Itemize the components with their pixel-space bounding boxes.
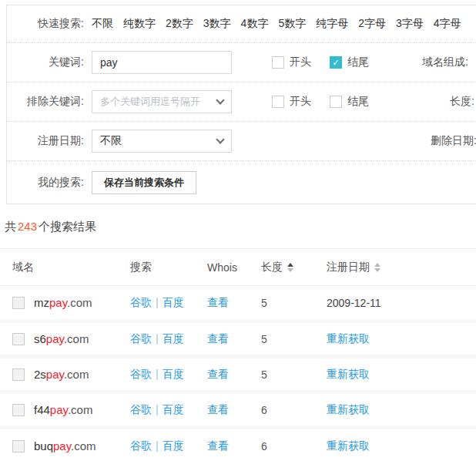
quick-search-option[interactable]: 纯字母: [316, 17, 348, 31]
domain-composition-label: 域名组成:: [422, 56, 468, 69]
domain-tld: .com: [64, 368, 89, 381]
domain-name: f44pay.com: [34, 403, 92, 416]
quick-search-option[interactable]: 5数字: [278, 17, 306, 31]
whois-view-link[interactable]: 查看: [207, 368, 229, 380]
table-row: 2spay.com 谷歌|百度 查看 5 重新获取: [0, 357, 476, 392]
exclude-keyword-row: 排除关键词: 多个关键词用逗号隔开 开头 结尾 长度:: [7, 82, 476, 122]
my-search-row: 我的搜索: 保存当前搜索条件: [7, 161, 476, 204]
baidu-search-link[interactable]: 百度: [163, 439, 184, 452]
google-search-link[interactable]: 谷歌: [130, 368, 152, 380]
header-domain: 域名: [0, 249, 130, 286]
domain-tld: .com: [64, 332, 89, 345]
keyword-input[interactable]: [92, 51, 232, 74]
domain-prefix: f44: [34, 403, 50, 416]
google-search-link[interactable]: 谷歌: [130, 439, 152, 452]
checkbox-checked-icon: ✓: [330, 56, 342, 69]
google-search-link[interactable]: 谷歌: [130, 332, 152, 345]
exclude-position-checkboxes: 开头 结尾: [272, 95, 369, 109]
quick-search-option[interactable]: 2字母: [358, 17, 386, 31]
domain-name: buqpay.com: [34, 439, 96, 452]
baidu-search-link[interactable]: 百度: [163, 332, 184, 345]
header-reg-date: 注册日期: [327, 261, 370, 274]
checkbox-unchecked-icon: [330, 96, 342, 108]
save-search-button[interactable]: 保存当前搜索条件: [92, 171, 196, 194]
link-divider: |: [156, 296, 159, 308]
exclude-start-checkbox[interactable]: 开头: [272, 95, 311, 109]
domain-length: 5: [261, 368, 267, 381]
domain-prefix: s6: [34, 332, 46, 345]
refetch-link[interactable]: 重新获取: [327, 368, 370, 380]
domain-keyword-highlight: pay: [49, 296, 67, 309]
whois-view-link[interactable]: 查看: [207, 403, 229, 415]
row-checkbox[interactable]: [12, 333, 25, 345]
header-length: 长度: [261, 261, 283, 274]
quick-search-option[interactable]: 不限: [92, 17, 113, 31]
refetch-link[interactable]: 重新获取: [327, 403, 370, 415]
exclude-end-label: 结尾: [347, 95, 369, 109]
header-whois: Whois: [207, 249, 261, 286]
chevron-down-icon: [216, 135, 224, 143]
table-row: buqpay.com 谷歌|百度 查看 6 重新获取: [0, 428, 476, 463]
exclude-keyword-select[interactable]: 多个关键词用逗号隔开: [92, 90, 232, 113]
domain-keyword-highlight: pay: [53, 439, 71, 452]
whois-view-link[interactable]: 查看: [207, 332, 229, 345]
link-divider: |: [156, 403, 159, 415]
reg-date-select[interactable]: 不限: [92, 130, 232, 153]
reg-date-row: 注册日期: 不限 删除日期:: [7, 122, 476, 161]
table-row: f44pay.com 谷歌|百度 查看 6 重新获取: [0, 392, 476, 428]
domain-prefix: mz: [34, 296, 49, 309]
reg-date-label: 注册日期:: [7, 134, 84, 148]
row-checkbox[interactable]: [12, 297, 25, 309]
quick-search-option[interactable]: 3字母: [396, 17, 424, 31]
domain-name: s6pay.com: [34, 332, 89, 345]
keyword-start-checkbox[interactable]: 开头: [272, 56, 311, 69]
refetch-link[interactable]: 重新获取: [327, 439, 370, 452]
summary-prefix: 共: [5, 220, 16, 233]
domain-prefix: buq: [34, 439, 53, 452]
summary-suffix: 个搜索结果: [39, 220, 96, 233]
sort-desc-icon: [374, 268, 380, 272]
domain-tld: .com: [67, 296, 92, 309]
baidu-search-link[interactable]: 百度: [163, 368, 184, 380]
checkbox-unchecked-icon: [272, 56, 284, 69]
whois-view-link[interactable]: 查看: [207, 439, 229, 452]
row-checkbox[interactable]: [12, 404, 25, 416]
quick-search-option[interactable]: 2数字: [166, 17, 193, 31]
results-table: 域名 搜索 Whois 长度 注册日期: [0, 248, 476, 463]
quick-search-option[interactable]: 4数字: [241, 17, 269, 31]
keyword-end-label: 结尾: [347, 56, 369, 69]
exclude-end-checkbox[interactable]: 结尾: [330, 95, 369, 109]
refetch-link[interactable]: 重新获取: [327, 332, 370, 345]
table-row: s6pay.com 谷歌|百度 查看 5 重新获取: [0, 321, 476, 357]
baidu-search-link[interactable]: 百度: [163, 296, 184, 308]
whois-view-link[interactable]: 查看: [207, 296, 229, 308]
results-count: 243: [16, 220, 39, 233]
quick-search-option[interactable]: 纯数字: [123, 17, 156, 31]
domain-tld: .com: [68, 403, 93, 416]
domain-length: 6: [261, 440, 267, 452]
google-search-link[interactable]: 谷歌: [130, 296, 152, 308]
link-divider: |: [156, 332, 159, 345]
baidu-search-link[interactable]: 百度: [163, 403, 184, 415]
domain-length: 6: [261, 404, 267, 416]
domain-name: 2spay.com: [34, 368, 89, 381]
quick-search-option[interactable]: 4字母: [434, 17, 461, 31]
reg-date-sort-button[interactable]: [374, 263, 380, 272]
exclude-keyword-label: 排除关键词:: [7, 95, 84, 109]
quick-search-option[interactable]: 3数字: [203, 17, 231, 31]
sort-desc-icon: [287, 268, 293, 272]
delete-date-label: 删除日期:: [431, 134, 476, 148]
chevron-down-icon: [216, 96, 224, 104]
domain-keyword-highlight: pay: [50, 403, 68, 416]
keyword-position-checkboxes: 开头 ✓ 结尾: [272, 56, 369, 69]
keyword-start-label: 开头: [290, 56, 311, 69]
length-sort-button[interactable]: [287, 263, 293, 272]
row-checkbox[interactable]: [12, 368, 25, 381]
domain-name: mzpay.com: [34, 296, 92, 309]
row-checkbox[interactable]: [12, 440, 25, 452]
table-header-row: 域名 搜索 Whois 长度 注册日期: [0, 249, 476, 286]
keyword-end-checkbox[interactable]: ✓ 结尾: [330, 56, 369, 69]
google-search-link[interactable]: 谷歌: [130, 403, 152, 415]
keyword-label: 关键词:: [7, 56, 84, 69]
quick-search-row: 快速搜索: 不限纯数字2数字3数字4数字5数字纯字母2字母3字母4字母: [7, 5, 476, 43]
